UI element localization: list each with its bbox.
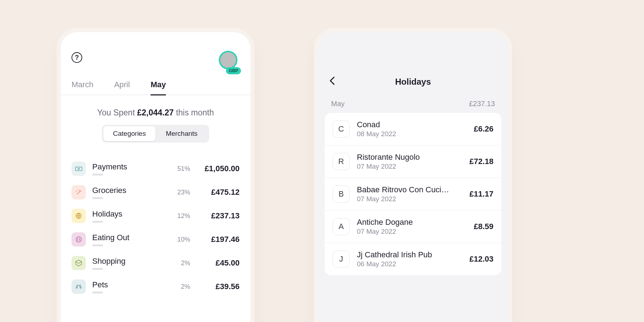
svg-point-4 — [77, 285, 78, 286]
eating-out-icon — [72, 232, 86, 247]
category-row-holidays[interactable]: Holidays 12% £237.13 — [72, 204, 240, 228]
merchant-name: Conad — [357, 120, 467, 129]
transaction-amount: £11.17 — [470, 189, 493, 199]
transaction-date: 07 May 2022 — [357, 163, 462, 170]
spent-prefix: You Spent — [97, 108, 137, 117]
transaction-amount: £8.59 — [474, 222, 493, 231]
transaction-date: 06 May 2022 — [357, 260, 462, 268]
month-summary: May £237.13 — [318, 95, 508, 113]
category-bar — [92, 221, 103, 223]
tab-march[interactable]: March — [72, 80, 93, 95]
transaction-date: 07 May 2022 — [357, 228, 467, 236]
svg-rect-0 — [75, 167, 82, 170]
svg-point-3 — [76, 237, 82, 242]
shopping-icon — [72, 256, 86, 270]
spent-suffix: this month — [174, 108, 214, 117]
transaction-row[interactable]: J Jj Cathedral Irish Pub 06 May 2022 £12… — [325, 243, 501, 275]
spent-summary: You Spent £2,044.27 this month — [61, 95, 250, 125]
chevron-left-icon — [329, 76, 336, 86]
svg-point-7 — [80, 287, 82, 288]
category-bar — [92, 197, 103, 199]
category-name: Groceries — [92, 186, 171, 195]
page-title: Holidays — [395, 77, 431, 87]
category-amount: £197.46 — [200, 235, 240, 244]
transaction-date: 08 May 2022 — [357, 130, 467, 138]
pets-icon — [72, 279, 86, 294]
currency-badge: GBP — [226, 67, 241, 74]
merchant-initial: R — [333, 153, 350, 170]
category-bar — [92, 174, 103, 175]
merchant-initial: C — [333, 120, 350, 138]
category-row-pets[interactable]: Pets 2% £39.56 — [72, 275, 240, 298]
transaction-row[interactable]: R Ristorante Nugolo 07 May 2022 £72.18 — [325, 145, 501, 178]
category-percent: 51% — [177, 165, 190, 173]
segment-categories[interactable]: Categories — [103, 126, 156, 141]
merchant-initial: B — [333, 185, 350, 203]
category-name: Payments — [92, 162, 171, 172]
header: ? GBP — [61, 32, 250, 71]
detail-header: Holidays — [318, 32, 508, 95]
category-amount: £237.13 — [200, 211, 240, 221]
payments-icon — [72, 162, 86, 176]
category-row-eating-out[interactable]: Eating Out 10% £197.46 — [72, 228, 240, 251]
category-name: Holidays — [92, 209, 171, 219]
groceries-icon — [72, 185, 86, 199]
transaction-row[interactable]: A Antiche Dogane 07 May 2022 £8.59 — [325, 210, 501, 243]
spent-amount: £2,044.27 — [137, 108, 173, 117]
category-amount: £1,050.00 — [200, 164, 240, 173]
profile-button[interactable]: GBP — [219, 51, 240, 71]
category-row-payments[interactable]: Payments 51% £1,050.00 — [72, 157, 240, 180]
svg-point-1 — [78, 168, 79, 169]
spending-summary-screen: ? GBP March April May You Spent £2,044.2… — [61, 32, 250, 322]
merchant-name: Babae Ritrovo Con Cuci… — [357, 185, 462, 194]
category-amount: £475.12 — [200, 188, 240, 197]
tab-april[interactable]: April — [114, 80, 130, 95]
category-detail-screen: Holidays May £237.13 C Conad 08 May 2022… — [318, 32, 508, 322]
category-name: Eating Out — [92, 233, 171, 242]
transaction-amount: £72.18 — [470, 157, 493, 166]
category-bar — [92, 244, 103, 246]
transaction-list: C Conad 08 May 2022 £6.26 R Ristorante N… — [325, 113, 501, 275]
merchant-initial: J — [333, 251, 350, 268]
category-percent: 23% — [177, 189, 190, 196]
transaction-amount: £12.03 — [470, 254, 493, 264]
summary-month: May — [331, 100, 345, 108]
merchant-name: Antiche Dogane — [357, 218, 467, 227]
transaction-date: 07 May 2022 — [357, 195, 462, 203]
category-percent: 2% — [181, 283, 190, 291]
merchant-name: Jj Cathedral Irish Pub — [357, 250, 462, 259]
category-name: Shopping — [92, 257, 174, 266]
category-percent: 12% — [177, 212, 190, 220]
category-bar — [92, 268, 103, 270]
month-tabs: March April May — [61, 71, 250, 95]
category-percent: 2% — [181, 259, 190, 267]
transaction-row[interactable]: C Conad 08 May 2022 £6.26 — [325, 113, 501, 145]
svg-point-6 — [76, 287, 78, 288]
category-row-groceries[interactable]: Groceries 23% £475.12 — [72, 180, 240, 204]
tab-may[interactable]: May — [151, 80, 166, 95]
category-amount: £39.56 — [200, 282, 240, 291]
category-row-shopping[interactable]: Shopping 2% £45.00 — [72, 251, 240, 275]
summary-total: £237.13 — [469, 100, 495, 108]
holidays-icon — [72, 209, 86, 223]
avatar — [219, 51, 237, 69]
category-percent: 10% — [177, 236, 190, 243]
view-segmented-control: Categories Merchants — [102, 125, 209, 143]
transaction-amount: £6.26 — [474, 124, 493, 134]
merchant-name: Ristorante Nugolo — [357, 153, 462, 162]
category-name: Pets — [92, 280, 174, 289]
back-button[interactable] — [329, 76, 336, 88]
category-bar — [92, 292, 103, 293]
segment-merchants[interactable]: Merchants — [156, 126, 208, 141]
transaction-row[interactable]: B Babae Ritrovo Con Cuci… 07 May 2022 £1… — [325, 178, 501, 210]
category-amount: £45.00 — [200, 258, 240, 268]
category-list: Payments 51% £1,050.00 Groceries 23% £47… — [61, 157, 250, 298]
merchant-initial: A — [333, 218, 350, 235]
help-icon[interactable]: ? — [72, 52, 82, 63]
svg-point-5 — [79, 285, 81, 286]
